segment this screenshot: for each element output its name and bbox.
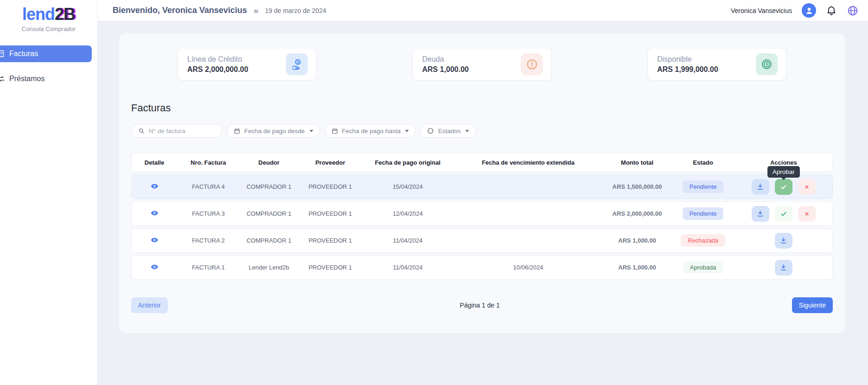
cell-fecha-ext: 10/06/2024 <box>453 264 603 271</box>
view-detail-button[interactable] <box>151 263 158 271</box>
welcome-text: Bienvenido, Veronica Vansevicius <box>113 6 247 15</box>
stat-value: ARS 1,999,000.00 <box>657 65 718 74</box>
main-area: Bienvenido, Veronica Vansevicius » 19 de… <box>98 0 868 385</box>
calendar-icon <box>331 128 338 135</box>
chevron-down-icon <box>405 130 409 132</box>
hand-coin-icon <box>286 53 308 75</box>
header-right: Veronica Vansevicius <box>731 3 859 18</box>
col-acciones: Acciones <box>735 159 832 166</box>
cell-nro-factura: FACTURA 2 <box>177 237 240 244</box>
cell-monto: ARS 1,000.00 <box>603 237 672 244</box>
eye-icon <box>151 182 158 190</box>
invoice-icon <box>0 50 6 58</box>
table-row: FACTURA 2 COMPRADOR 1 PROVEEDOR 1 11/04/… <box>131 228 833 253</box>
filter-label: Estados <box>438 128 461 135</box>
status-badge: Rechazada <box>681 234 725 247</box>
chevron-down-icon <box>465 130 469 132</box>
page-title: Facturas <box>131 102 833 114</box>
stat-label: Disponible <box>657 55 718 64</box>
reject-button[interactable] <box>798 206 816 222</box>
main-panel: Línea de Crédito ARS 2,000,000.00 Deuda … <box>119 33 845 333</box>
cell-monto: ARS 1,000.00 <box>603 264 672 271</box>
view-detail-button[interactable] <box>151 209 158 217</box>
alert-icon <box>521 53 543 75</box>
cell-monto: ARS 1,500,000.00 <box>603 183 672 190</box>
sidebar-item-label: Préstamos <box>9 75 44 83</box>
brand: lend2B Consola Comprador <box>0 0 97 32</box>
table-row: FACTURA 1 Lender Lend2b PROVEEDOR 1 11/0… <box>131 255 833 280</box>
prev-page-button[interactable]: Anterior <box>131 297 168 313</box>
app-window: lend2B Consola Comprador Facturas Présta… <box>0 0 868 385</box>
filter-date-to[interactable]: Fecha de pago hasta <box>324 124 416 138</box>
stat-cards: Línea de Crédito ARS 2,000,000.00 Deuda … <box>131 48 833 81</box>
col-estado: Estado <box>671 159 735 166</box>
cell-deudor: COMPRADOR 1 <box>240 183 298 190</box>
stat-value: ARS 2,000,000.00 <box>187 65 248 74</box>
user-name: Veronica Vansevicius <box>731 7 792 14</box>
download-icon <box>756 183 764 191</box>
x-icon <box>804 211 810 217</box>
col-fecha-pago: Fecha de pago original <box>362 159 453 166</box>
current-date: 19 de marzo de 2024 <box>265 7 326 14</box>
invoices-table: Detalle Nro. Factura Deudor Proveedor Fe… <box>131 153 833 280</box>
download-button[interactable] <box>752 206 769 222</box>
approve-button[interactable] <box>775 179 792 195</box>
stat-label: Deuda <box>422 55 469 64</box>
cell-proveedor: PROVEEDOR 1 <box>298 183 362 190</box>
cell-fecha-pago: 15/04/2024 <box>362 183 453 190</box>
top-header: Bienvenido, Veronica Vansevicius » 19 de… <box>98 0 868 21</box>
download-icon <box>779 263 787 271</box>
eye-icon <box>151 236 158 244</box>
download-icon <box>779 237 787 244</box>
status-badge: Aprobada <box>683 261 723 274</box>
brand-logo: lend2B <box>0 5 97 24</box>
cell-fecha-pago: 11/04/2024 <box>362 237 453 244</box>
download-button[interactable] <box>775 233 792 249</box>
cell-fecha-pago: 11/04/2024 <box>362 264 453 271</box>
coins-icon <box>756 53 778 75</box>
status-badge: Pendiente <box>683 207 724 220</box>
col-nro-factura: Nro. Factura <box>177 159 240 166</box>
content-area: Línea de Crédito ARS 2,000,000.00 Deuda … <box>98 21 868 385</box>
brand-logo-lend: lend <box>22 5 55 24</box>
col-fecha-ext: Fecha de vencimiento extendida <box>453 159 603 166</box>
brand-logo-2b: 2B <box>55 5 75 24</box>
sidebar: lend2B Consola Comprador Facturas Présta… <box>0 0 98 385</box>
user-avatar[interactable] <box>802 3 816 18</box>
page-info: Página 1 de 1 <box>460 302 500 309</box>
filters-bar: Fecha de pago desde Fecha de pago hasta … <box>131 124 833 138</box>
filter-date-from[interactable]: Fecha de pago desde <box>227 124 320 138</box>
calendar-icon <box>234 128 241 135</box>
loan-transfer-icon <box>0 75 6 83</box>
approve-button[interactable] <box>775 206 792 222</box>
col-monto: Monto total <box>603 159 672 166</box>
view-detail-button[interactable] <box>151 182 158 190</box>
header-left: Bienvenido, Veronica Vansevicius » 19 de… <box>113 6 326 16</box>
language-globe-icon[interactable] <box>847 5 859 17</box>
col-proveedor: Proveedor <box>298 159 362 166</box>
sidebar-nav: Facturas Préstamos <box>0 45 97 87</box>
chevron-down-icon <box>310 130 313 132</box>
download-button[interactable] <box>775 260 792 276</box>
stat-card-deuda: Deuda ARS 1,000.00 <box>412 48 551 81</box>
filter-label: Fecha de pago desde <box>244 128 305 135</box>
reject-button[interactable] <box>798 179 816 195</box>
download-button[interactable] <box>752 179 769 195</box>
sidebar-item-prestamos[interactable]: Préstamos <box>0 71 97 87</box>
next-page-button[interactable]: Siguiente <box>792 297 833 313</box>
circle-status-icon <box>427 127 434 135</box>
sidebar-item-facturas[interactable]: Facturas <box>0 45 92 62</box>
pagination: Anterior Página 1 de 1 Siguiente <box>131 297 833 313</box>
status-badge: Pendiente <box>683 180 724 193</box>
notifications-bell-icon[interactable] <box>826 5 837 16</box>
eye-icon <box>151 263 158 271</box>
stat-value: ARS 1,000.00 <box>422 65 469 74</box>
filter-label: Fecha de pago hasta <box>342 128 401 135</box>
x-icon <box>804 184 810 190</box>
cell-monto: ARS 2,000,000.00 <box>603 210 672 217</box>
search-input[interactable] <box>149 128 214 135</box>
invoice-search[interactable] <box>131 124 222 138</box>
view-detail-button[interactable] <box>151 236 158 244</box>
filter-estados[interactable]: Estados <box>420 124 476 138</box>
cell-nro-factura: FACTURA 3 <box>177 210 240 217</box>
